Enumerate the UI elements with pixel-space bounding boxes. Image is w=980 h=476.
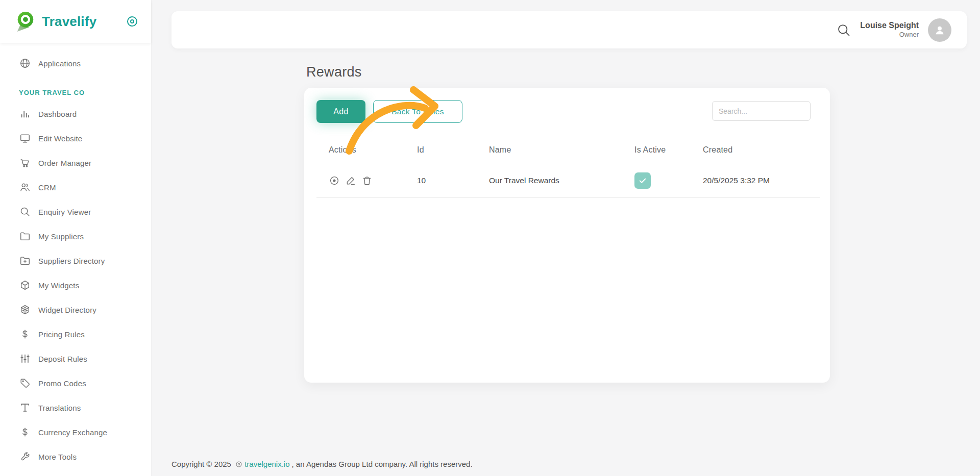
sidebar-item-label: Dashboard — [38, 110, 77, 118]
dollar-icon — [19, 329, 31, 340]
trash-icon[interactable] — [361, 175, 373, 186]
sidebar-item-label: Enquiry Viewer — [38, 208, 91, 216]
brand-name: Travelify — [42, 14, 126, 30]
avatar[interactable] — [928, 18, 951, 42]
search-icon — [19, 206, 31, 217]
users-icon — [19, 182, 31, 193]
sidebar-item-deposit-rules[interactable]: Deposit Rules — [0, 346, 151, 371]
sidebar-item-edit-website[interactable]: Edit Website — [0, 126, 151, 151]
sidebar-item-promo-codes[interactable]: Promo Codes — [0, 371, 151, 395]
is-active-checkbox[interactable] — [634, 172, 651, 189]
sidebar-item-dashboard[interactable]: Dashboard — [0, 102, 151, 126]
table-header-row: Actions Id Name Is Active Created — [316, 137, 820, 163]
travelgenix-logo-icon — [235, 461, 242, 468]
cube-icon — [19, 280, 31, 291]
sidebar-header: Travelify — [0, 0, 151, 43]
sidebar-item-crm[interactable]: CRM — [0, 175, 151, 199]
table-search-input[interactable] — [712, 101, 811, 121]
folder-icon — [19, 231, 31, 242]
sliders-icon — [19, 353, 31, 364]
folder-plus-icon — [19, 255, 31, 266]
letter-t-icon — [19, 402, 31, 413]
sidebar-item-label: CRM — [38, 183, 56, 192]
sidebar-item-label: My Suppliers — [38, 232, 84, 241]
main-area: Louise Speight Owner Rewards Add Back To… — [152, 0, 980, 476]
column-header-actions: Actions — [316, 145, 417, 155]
travelify-logo-icon — [14, 10, 36, 33]
sidebar-section-label: YOUR TRAVEL CO — [0, 76, 151, 102]
column-header-id: Id — [417, 145, 489, 155]
copyright-suffix: , an Agendas Group Ltd company. All righ… — [292, 460, 473, 468]
sidebar-item-label: Deposit Rules — [38, 355, 87, 363]
column-header-is-active: Is Active — [634, 145, 703, 155]
footer-copyright: Copyright © 2025 travelgenix.io, an Agen… — [172, 460, 473, 468]
sidebar: Travelify Applications YOUR TRAVEL CO Da… — [0, 0, 152, 476]
edit-icon[interactable] — [345, 175, 356, 186]
rewards-card: Add Back To Rules Actions Id Name Is Act… — [304, 88, 830, 383]
sidebar-item-order-manager[interactable]: Order Manager — [0, 151, 151, 175]
sidebar-item-pricing-rules[interactable]: Pricing Rules — [0, 322, 151, 346]
sidebar-item-label: Edit Website — [38, 134, 82, 143]
sidebar-item-label: Suppliers Directory — [38, 257, 105, 265]
sidebar-item-suppliers-directory[interactable]: Suppliers Directory — [0, 248, 151, 273]
sidebar-item-label: Promo Codes — [38, 379, 86, 388]
sidebar-nav: Applications YOUR TRAVEL CO Dashboard Ed… — [0, 43, 151, 469]
user-role: Owner — [860, 31, 919, 39]
row-is-active — [634, 172, 703, 189]
eye-icon[interactable] — [329, 175, 340, 186]
row-id: 10 — [417, 176, 489, 185]
dollar-icon — [19, 427, 31, 438]
sidebar-collapse-icon[interactable] — [126, 15, 139, 28]
sidebar-item-label: Order Manager — [38, 159, 91, 167]
header-search-icon[interactable] — [837, 23, 851, 37]
sidebar-item-label: Applications — [38, 59, 81, 68]
sidebar-item-label: More Tools — [38, 453, 77, 461]
column-header-created: Created — [703, 145, 820, 155]
sidebar-item-my-widgets[interactable]: My Widgets — [0, 273, 151, 297]
back-to-rules-button[interactable]: Back To Rules — [373, 100, 462, 123]
user-name: Louise Speight — [860, 20, 919, 31]
user-info[interactable]: Louise Speight Owner — [860, 20, 919, 39]
sidebar-item-translations[interactable]: Translations — [0, 395, 151, 420]
sidebar-item-currency-exchange[interactable]: Currency Exchange — [0, 420, 151, 444]
rewards-table: Actions Id Name Is Active Created — [316, 137, 820, 198]
sidebar-item-label: My Widgets — [38, 281, 79, 290]
cart-icon — [19, 157, 31, 168]
wrench-icon — [19, 451, 31, 462]
tag-icon — [19, 378, 31, 389]
table-row: 10 Our Travel Rewards 20/5/2025 3:32 PM — [316, 163, 820, 198]
row-created: 20/5/2025 3:32 PM — [703, 176, 820, 185]
add-button[interactable]: Add — [316, 100, 365, 123]
sidebar-item-label: Translations — [38, 404, 81, 412]
copyright-prefix: Copyright © 2025 — [172, 460, 233, 468]
person-icon — [933, 23, 946, 37]
sidebar-item-widget-directory[interactable]: Widget Directory — [0, 297, 151, 322]
monitor-icon — [19, 133, 31, 144]
sidebar-item-label: Widget Directory — [38, 306, 96, 314]
sidebar-item-more-tools[interactable]: More Tools — [0, 444, 151, 469]
column-header-name: Name — [489, 145, 634, 155]
cube-dots-icon — [19, 304, 31, 315]
travelgenix-link[interactable]: travelgenix.io — [244, 460, 289, 468]
row-name: Our Travel Rewards — [489, 176, 634, 185]
sidebar-item-applications[interactable]: Applications — [0, 51, 151, 76]
sidebar-item-label: Currency Exchange — [38, 428, 107, 437]
row-actions — [316, 175, 417, 186]
globe-icon — [19, 58, 31, 69]
sidebar-item-my-suppliers[interactable]: My Suppliers — [0, 224, 151, 248]
sidebar-item-enquiry-viewer[interactable]: Enquiry Viewer — [0, 199, 151, 224]
sidebar-item-label: Pricing Rules — [38, 330, 85, 339]
bar-chart-icon — [19, 108, 31, 119]
page-title: Rewards — [306, 64, 362, 80]
top-header: Louise Speight Owner — [172, 11, 967, 48]
